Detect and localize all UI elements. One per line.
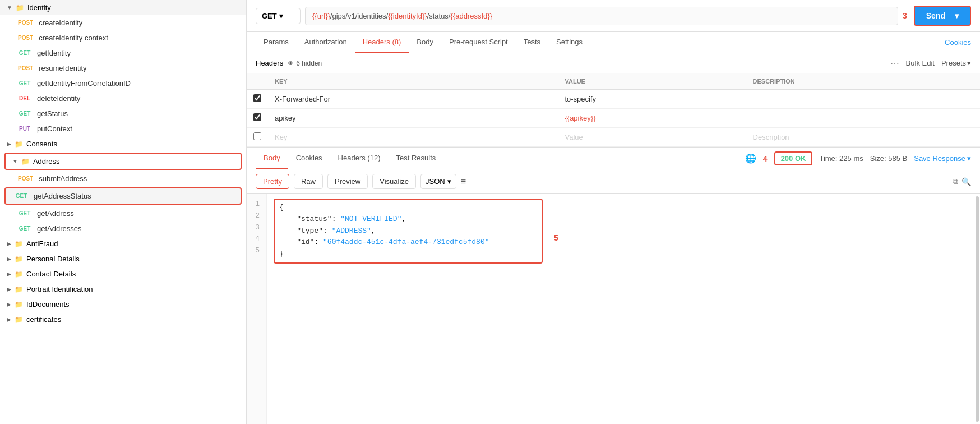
filter-icon[interactable]: ≡ (461, 177, 466, 187)
response-tab-cookies[interactable]: Cookies (288, 148, 330, 169)
folder-icon: 📁 (15, 301, 23, 308)
method-badge-post: POST (16, 175, 35, 182)
endpoint-label: createIdentity (39, 19, 82, 27)
tab-settings[interactable]: Settings (548, 32, 590, 53)
send-button[interactable]: Send ▾ (914, 6, 971, 26)
endpoint-label: getIdentity (37, 49, 71, 57)
tab-body[interactable]: Body (409, 32, 441, 53)
sidebar: ▼ 📁 Identity POST createIdentity POST cr… (0, 0, 247, 424)
sidebar-group-contact-details[interactable]: ▶ 📁 Contact Details (0, 266, 246, 282)
sidebar-group-personal-details[interactable]: ▶ 📁 Personal Details (0, 251, 246, 266)
cookies-link[interactable]: Cookies (945, 38, 971, 47)
folder-icon: 📁 (15, 270, 23, 278)
bulk-edit-button[interactable]: Bulk Edit (906, 59, 935, 67)
header-row-1-checkbox[interactable] (253, 94, 261, 102)
method-badge-post: POST (16, 34, 35, 42)
endpoint-label: getAddress (37, 209, 74, 218)
headers-table-wrapper: KEY VALUE DESCRIPTION X-Forwarded-For to… (247, 73, 980, 147)
line-num-5: 5 (253, 245, 260, 257)
method-badge-get: GET (16, 110, 34, 117)
save-response-button[interactable]: Save Response ▾ (914, 154, 971, 163)
format-preview-button[interactable]: Preview (327, 174, 368, 189)
sidebar-item-getaddress[interactable]: GET getAddress (0, 206, 246, 221)
url-input[interactable]: {{url}}/gips/v1/identities/{{identityId}… (305, 7, 898, 25)
chevron-right-icon: ▶ (7, 241, 11, 247)
sidebar-item-putcontext[interactable]: PUT putContext (0, 121, 246, 136)
sidebar-item-createidentitycontext[interactable]: POST createIdentity context (0, 30, 246, 45)
size-value: 585 B (888, 154, 907, 163)
header-row-1-description (746, 90, 980, 109)
response-tab-testresults[interactable]: Test Results (388, 148, 443, 169)
line-num-1: 1 (253, 199, 260, 210)
format-visualize-button[interactable]: Visualize (372, 174, 416, 189)
url-identity-param: {{identityId}} (388, 12, 427, 20)
sidebar-group-consents[interactable]: ▶ 📁 Consents (0, 136, 246, 151)
header-row-2-checkbox[interactable] (253, 113, 261, 121)
sidebar-group-personal-details-label: Personal Details (26, 255, 80, 263)
header-row-3-value[interactable]: Value (558, 128, 746, 147)
format-pretty-button[interactable]: Pretty (256, 174, 289, 189)
time-value: 225 ms (839, 154, 863, 163)
sidebar-group-certificates-label: certificates (26, 315, 61, 324)
method-label: GET (262, 12, 277, 20)
sidebar-item-getstatus[interactable]: GET getStatus (0, 106, 246, 121)
format-raw-button[interactable]: Raw (294, 174, 323, 189)
folder-icon: 📁 (16, 4, 24, 12)
method-badge-get: GET (16, 49, 34, 57)
sidebar-group-antifraud[interactable]: ▶ 📁 AntiFraud (0, 236, 246, 251)
header-row-3: Key Value Description (247, 128, 980, 147)
sidebar-item-resumeidentity[interactable]: POST resumeIdentity (0, 61, 246, 76)
vertical-scrollbar[interactable] (976, 196, 979, 422)
tab-authorization[interactable]: Authorization (297, 32, 355, 53)
url-path-2: /status/ (427, 12, 451, 20)
sidebar-group-address[interactable]: ▼ 📁 Address (6, 154, 241, 169)
sidebar-item-createidentity[interactable]: POST createIdentity (0, 15, 246, 30)
chevron-down-icon: ▼ (12, 158, 18, 164)
headers-section: Headers 👁 6 hidden ⋯ Bulk Edit Presets ▾ (247, 53, 980, 73)
sidebar-item-deleteidentity[interactable]: DEL deleteIdentity (0, 91, 246, 106)
chevron-right-icon: ▶ (7, 316, 11, 322)
method-badge-get: GET (12, 192, 30, 200)
method-badge-del: DEL (16, 95, 34, 102)
endpoint-label: resumeIdentity (39, 64, 86, 72)
presets-button[interactable]: Presets ▾ (941, 59, 971, 67)
sidebar-group-portrait-identification[interactable]: ▶ 📁 Portrait Identification (0, 282, 246, 297)
tab-params-label: Params (264, 38, 289, 46)
method-select[interactable]: GET ▾ (256, 8, 301, 24)
tab-params[interactable]: Params (256, 32, 297, 53)
tab-tests[interactable]: Tests (516, 32, 548, 53)
sidebar-group-identity[interactable]: ▼ 📁 Identity (0, 0, 246, 15)
method-badge-post: POST (16, 64, 35, 72)
endpoint-label: submitAddress (39, 174, 87, 183)
sidebar-item-getaddressstatus[interactable]: GET getAddressStatus (6, 188, 241, 204)
presets-dropdown-icon: ▾ (967, 59, 971, 67)
sidebar-group-iddocuments[interactable]: ▶ 📁 IdDocuments (0, 297, 246, 312)
tab-tests-label: Tests (524, 38, 540, 46)
sidebar-item-getaddressstatus-wrapper[interactable]: GET getAddressStatus 2 (4, 187, 242, 205)
send-dropdown-icon[interactable]: ▾ (950, 11, 959, 20)
response-tab-body[interactable]: Body (256, 148, 288, 169)
response-actions: ⧉ 🔍 (953, 177, 971, 186)
sidebar-item-submitaddress[interactable]: POST submitAddress (0, 171, 246, 186)
response-tab-headers[interactable]: Headers (12) (330, 148, 389, 169)
endpoint-label: createIdentity context (39, 34, 108, 42)
format-type-select[interactable]: JSON ▾ (420, 174, 456, 189)
method-dropdown-icon: ▾ (279, 12, 283, 20)
folder-icon: 📁 (15, 255, 23, 263)
tab-prerequest[interactable]: Pre-request Script (441, 32, 516, 53)
tab-headers[interactable]: Headers (8) (355, 32, 409, 53)
endpoint-label: getAddressStatus (34, 192, 91, 200)
header-row-3-description[interactable]: Description (746, 128, 980, 147)
header-row-3-checkbox[interactable] (253, 132, 261, 140)
code-line-5: } (279, 248, 537, 260)
sidebar-group-certificates[interactable]: ▶ 📁 certificates (0, 312, 246, 327)
eye-icon: 👁 (288, 60, 294, 67)
sidebar-item-getidentityfromcorrelationid[interactable]: GET getIdentityFromCorrelationID (0, 76, 246, 91)
header-row-3-key[interactable]: Key (268, 128, 558, 147)
sidebar-item-getidentity[interactable]: GET getIdentity (0, 45, 246, 61)
copy-icon[interactable]: ⧉ (953, 177, 958, 186)
search-icon[interactable]: 🔍 (961, 177, 971, 186)
more-options-icon[interactable]: ⋯ (890, 58, 899, 68)
annotation-3: 3 (903, 11, 907, 20)
sidebar-item-getaddresses[interactable]: GET getAddresses (0, 221, 246, 236)
